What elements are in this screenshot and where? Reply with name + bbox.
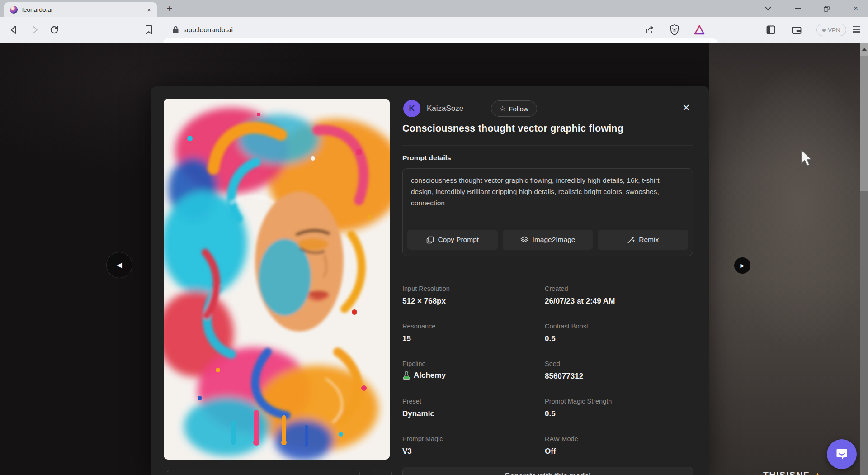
back-button[interactable] (7, 23, 21, 37)
detail-label-input-resolution: Input Resolution (402, 285, 450, 292)
new-tab-button[interactable]: + (164, 2, 175, 15)
restore-button[interactable] (820, 0, 833, 17)
chevron-down-icon (765, 4, 771, 10)
wand-icon (627, 236, 635, 244)
prompt-box: consciousness thought vector graphic flo… (402, 168, 693, 256)
detail-label-prompt-magic-strength: Prompt Magic Strength (545, 398, 612, 405)
detail-label-preset: Preset (402, 398, 421, 405)
detail-label-resonance: Resonance (402, 323, 435, 330)
brave-shields-button[interactable] (667, 23, 682, 37)
page-scrollbar[interactable] (860, 43, 868, 475)
wallet-button[interactable] (789, 23, 804, 37)
brave-shield-icon (670, 24, 679, 35)
prompt-text: consciousness thought vector graphic flo… (411, 175, 682, 209)
hamburger-icon (853, 26, 860, 27)
artwork-image[interactable] (164, 99, 390, 460)
detail-value-contrast-boost: 0.5 (545, 334, 556, 343)
detail-label-contrast-boost: Contrast Boost (545, 323, 588, 330)
forward-icon (29, 25, 39, 35)
screen: leonardo.ai × + × app.leonardo.ai (0, 0, 868, 475)
vpn-label: VPN (828, 27, 840, 33)
detail-value-pipeline: Alchemy (402, 371, 446, 380)
prompt-details-heading: Prompt details (402, 154, 451, 162)
remix-button[interactable]: Remix (598, 230, 688, 250)
flame-icon: ▲ (813, 470, 823, 475)
detail-label-seed: Seed (545, 360, 560, 367)
image2image-label: Image2Image (533, 236, 576, 244)
generation-title: Consciousness thought vector graphic flo… (402, 123, 694, 134)
copy-prompt-label: Copy Prompt (438, 236, 479, 244)
detail-value-preset: Dynamic (402, 409, 434, 418)
share-icon (645, 25, 655, 35)
alchemy-flask-icon (402, 371, 410, 380)
tab-strip: leonardo.ai × + × (0, 0, 868, 17)
follow-label: Follow (509, 105, 528, 113)
tab-search-button[interactable] (761, 0, 775, 17)
image2image-button[interactable]: Image2Image (503, 230, 593, 250)
support-chat-button[interactable] (827, 439, 857, 469)
detail-value-input-resolution: 512 × 768px (402, 297, 446, 306)
detail-value-prompt-magic-strength: 0.5 (545, 409, 556, 418)
browser-tab[interactable]: leonardo.ai × (4, 2, 157, 17)
partial-toolbar-box (167, 470, 360, 475)
avatar[interactable]: K (403, 100, 420, 117)
wallet-icon (792, 26, 802, 34)
star-icon: ☆ (500, 104, 505, 113)
scrollbar-thumb[interactable] (860, 56, 868, 191)
share-button[interactable] (642, 23, 657, 37)
layers-icon (520, 236, 528, 244)
next-arrow-icon: ▶ (740, 262, 744, 269)
partial-small-box (373, 470, 392, 475)
vpn-button[interactable]: VPN (816, 24, 846, 36)
modal-close-button[interactable]: × (677, 99, 695, 117)
pipeline-value-text: Alchemy (414, 371, 446, 380)
generate-with-model-button[interactable]: Generate with this model (402, 467, 693, 475)
minimize-button[interactable] (791, 0, 805, 17)
bookmark-icon (145, 25, 153, 35)
copy-prompt-button[interactable]: Copy Prompt (407, 230, 498, 250)
tab-title: leonardo.ai (22, 6, 52, 13)
lock-icon (172, 26, 179, 34)
detail-value-prompt-magic: V3 (402, 447, 412, 456)
follow-button[interactable]: ☆ Follow (491, 100, 537, 117)
detail-value-created: 26/07/23 at 2:49 AM (545, 297, 615, 306)
detail-value-resonance: 15 (402, 334, 411, 343)
lock-button[interactable] (168, 23, 183, 37)
mouse-cursor (801, 150, 814, 171)
detail-label-pipeline: Pipeline (402, 360, 426, 367)
bat-triangle-icon (694, 25, 705, 35)
reload-button[interactable] (47, 23, 61, 37)
watermark-partial: THISISNE ▲ (763, 470, 823, 475)
menu-button[interactable] (853, 26, 860, 34)
detail-value-seed: 856077312 (545, 372, 583, 381)
window-close-button[interactable]: × (849, 0, 863, 17)
forward-button[interactable] (27, 23, 42, 37)
blurred-background-panel (709, 43, 860, 475)
title-divider (402, 145, 693, 146)
scroll-up-arrow-icon (862, 48, 867, 51)
brave-rewards-button[interactable] (692, 23, 707, 37)
tab-close-icon[interactable]: × (147, 6, 151, 14)
scrollbar-up-button[interactable] (860, 43, 868, 56)
sidebar-panel-icon (766, 25, 775, 34)
detail-label-raw-mode: RAW Mode (545, 435, 578, 442)
prompt-actions: Copy Prompt Image2Image Remix (407, 230, 688, 250)
username[interactable]: KaizaSoze (427, 104, 463, 113)
detail-label-created: Created (545, 285, 568, 292)
bookmarks-button[interactable] (142, 23, 156, 37)
next-image-button[interactable]: ▶ (734, 257, 750, 274)
leonardo-favicon-icon (10, 6, 18, 14)
sidebar-button[interactable] (764, 23, 778, 37)
restore-icon (824, 6, 830, 12)
url-text[interactable]: app.leonardo.ai (184, 26, 233, 34)
prev-arrow-icon: ◀ (117, 261, 122, 269)
toolbar-divider (662, 24, 662, 36)
detail-label-prompt-magic: Prompt Magic (402, 435, 443, 442)
minimize-icon (795, 8, 801, 9)
previous-image-button[interactable]: ◀ (106, 252, 132, 278)
remix-label: Remix (639, 236, 659, 244)
navigation-bar (0, 17, 868, 43)
back-icon (9, 25, 19, 35)
detail-value-raw-mode: Off (545, 447, 556, 456)
copy-icon (426, 236, 434, 244)
